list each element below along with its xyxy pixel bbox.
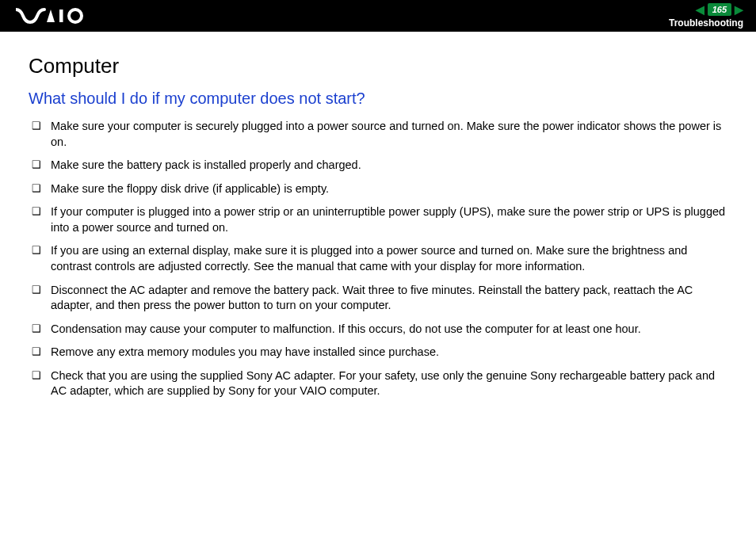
bullet-icon: ❑ [32, 204, 51, 219]
list-item: ❑If you are using an external display, m… [32, 243, 727, 274]
page-content: Computer What should I do if my computer… [0, 32, 756, 399]
bullet-icon: ❑ [32, 181, 51, 196]
list-item-text: If you are using an external display, ma… [51, 243, 727, 274]
vaio-logo [16, 8, 89, 24]
question-heading: What should I do if my computer does not… [29, 90, 727, 108]
troubleshoot-list: ❑Make sure your computer is securely plu… [29, 119, 727, 399]
svg-rect-0 [59, 10, 63, 22]
bullet-icon: ❑ [32, 368, 51, 383]
list-item-text: If your computer is plugged into a power… [51, 204, 727, 235]
section-label: Troubleshooting [669, 17, 743, 29]
list-item: ❑Check that you are using the supplied S… [32, 368, 727, 399]
list-item-text: Condensation may cause your computer to … [51, 322, 727, 338]
list-item-text: Disconnect the AC adapter and remove the… [51, 283, 727, 314]
page-navigator: ◀ 165 ▶ [696, 3, 743, 16]
list-item-text: Make sure your computer is securely plug… [51, 119, 727, 150]
page-title: Computer [29, 54, 727, 78]
bullet-icon: ❑ [32, 158, 51, 172]
list-item: ❑Make sure the battery pack is installed… [32, 158, 727, 174]
list-item: ❑Make sure the floppy disk drive (if app… [32, 181, 727, 197]
list-item: ❑Make sure your computer is securely plu… [32, 119, 727, 150]
header-bar: ◀ 165 ▶ Troubleshooting [0, 0, 756, 32]
list-item: ❑Disconnect the AC adapter and remove th… [32, 283, 727, 314]
list-item-text: Remove any extra memory modules you may … [51, 345, 727, 360]
list-item-text: Make sure the floppy disk drive (if appl… [51, 181, 727, 197]
list-item: ❑If your computer is plugged into a powe… [32, 204, 727, 235]
bullet-icon: ❑ [32, 283, 51, 297]
vaio-logo-svg [16, 8, 89, 24]
bullet-icon: ❑ [32, 345, 51, 359]
header-right: ◀ 165 ▶ Troubleshooting [669, 3, 743, 29]
bullet-icon: ❑ [32, 322, 51, 336]
prev-page-arrow[interactable]: ◀ [696, 4, 704, 15]
bullet-icon: ❑ [32, 243, 51, 257]
page-number: 165 [708, 3, 731, 16]
list-item-text: Make sure the battery pack is installed … [51, 158, 727, 174]
list-item: ❑Condensation may cause your computer to… [32, 322, 727, 338]
next-page-arrow[interactable]: ▶ [735, 4, 743, 15]
list-item-text: Check that you are using the supplied So… [51, 368, 727, 399]
list-item: ❑Remove any extra memory modules you may… [32, 345, 727, 360]
svg-point-1 [69, 10, 82, 22]
bullet-icon: ❑ [32, 119, 51, 133]
